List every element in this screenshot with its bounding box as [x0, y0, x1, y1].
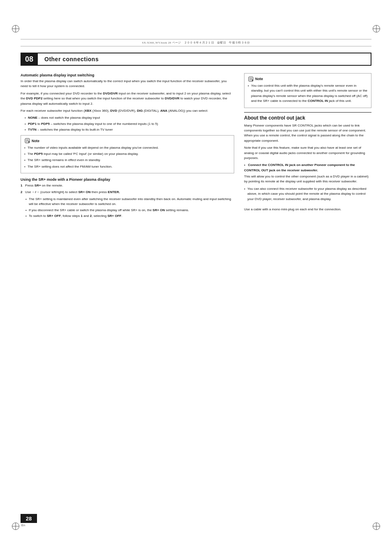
section3-body3: Use a cable with a mono mini-plug on eac…	[244, 207, 371, 212]
left-column: Automatic plasma display input switching…	[21, 73, 234, 221]
note-icon-2	[248, 76, 254, 82]
step2-bullets: The SR+ setting is maintained even after…	[21, 197, 234, 219]
bullet1-item1: NONE – does not switch the plasma displa…	[25, 115, 234, 120]
page-number-area: 28 En	[21, 514, 37, 527]
connect-note-body: This will allow you to control the other…	[244, 174, 371, 184]
bullets1-list: NONE – does not switch the plasma displa…	[21, 115, 234, 132]
note1-bullet2: The PDP5 input may be called 'PC Input' …	[24, 152, 231, 157]
step2-bullet1: The SR+ setting is maintained even after…	[25, 197, 234, 207]
note1-bullet1: The number of video inputs available wil…	[24, 145, 231, 150]
section1-body2: For example, if you connected your DVD r…	[21, 91, 234, 106]
note-icon-1	[24, 138, 30, 144]
bullet1-item2: PDP1 to PDP5 – switches the plasma displ…	[25, 122, 234, 127]
step2: 2 Use ←/→ (cursor left/right) to select …	[21, 190, 234, 195]
chapter-number: 08	[21, 53, 38, 66]
section1-title: Automatic plasma display input switching	[21, 73, 234, 77]
page-lang: En	[21, 523, 25, 527]
step1: 1 Press SR+ on the remote.	[21, 183, 234, 188]
note2-bullet1: You can control this unit with the plasm…	[248, 83, 368, 104]
connect-note-bullet: You can also connect this receiver subwo…	[244, 187, 371, 202]
file-info: SX-X360_WV.book 28 ページ ２００６年４月２１日 金曜日 午後…	[21, 41, 371, 45]
corner-mark-br	[372, 522, 380, 530]
section1-body3: For each receiver subwoofer input functi…	[21, 108, 234, 113]
note-header-1: Note	[24, 138, 231, 144]
section2-title: Using the SR+ mode with a Pioneer plasma…	[21, 177, 234, 182]
header-strip: SX-X360_WV.book 28 ページ ２００６年４月２１日 金曜日 午後…	[21, 39, 371, 46]
note-header-2: Note	[248, 76, 368, 82]
corner-mark-tl	[12, 25, 20, 33]
note1-bullet3: The SR+ setting remains in effect even i…	[24, 158, 231, 163]
right-column: Note You can control this unit with the …	[244, 73, 371, 221]
control-jack-section: About the control out jack Many Pioneer …	[244, 112, 371, 212]
corner-mark-bl	[12, 522, 20, 530]
note1-bullet4: The SR+ setting does not affect the FM/A…	[24, 164, 231, 169]
step2-bullet3: To switch to SR+ OFF, follow steps 1 and…	[25, 214, 234, 219]
section1-body1: In order that the plasma display can swi…	[21, 79, 234, 89]
note-box-2: Note You can control this unit with the …	[244, 73, 371, 108]
corner-mark-tr	[372, 25, 380, 33]
section3-body1: Many Pioneer components have SR CONTROL …	[244, 123, 371, 144]
section3-body2: Note that if you use this feature, make …	[244, 145, 371, 161]
note-label-2: Note	[255, 77, 263, 81]
chapter-title: Other connections	[38, 53, 371, 66]
section3-title: About the control out jack	[244, 112, 371, 121]
svg-point-1	[28, 141, 29, 143]
content-area: Automatic plasma display input switching…	[21, 73, 371, 221]
bullet1-item3: TVTN – switches the plasma display to it…	[25, 127, 234, 132]
chapter-header: 08 Other connections	[21, 53, 371, 66]
step2-bullet2: If you disconnect the SR+ cable or switc…	[25, 208, 234, 213]
note-box-1: Note The number of video inputs availabl…	[21, 135, 234, 174]
note-label-1: Note	[32, 139, 39, 143]
page: SX-X360_WV.book 28 ページ ２００６年４月２１日 金曜日 午後…	[0, 0, 392, 555]
page-number: 28	[21, 514, 37, 523]
connect-note-header: • Connect the CONTROL IN jack on another…	[244, 163, 371, 173]
